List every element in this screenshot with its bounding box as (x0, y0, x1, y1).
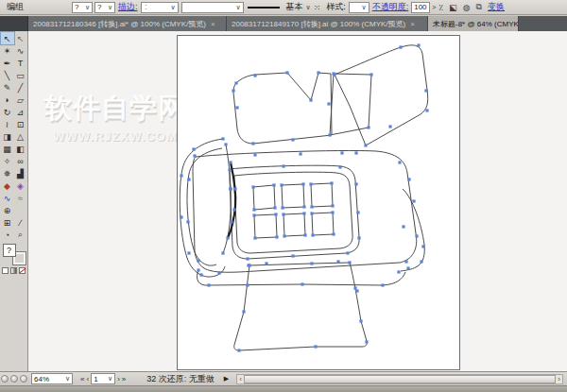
anchor-point[interactable] (333, 73, 335, 76)
anchor-point[interactable] (311, 233, 314, 236)
anchor-point[interactable] (272, 183, 275, 186)
anchor-point[interactable] (224, 143, 227, 145)
zoom-tool-icon[interactable]: ⌕ (14, 229, 27, 241)
anchor-point[interactable] (346, 251, 349, 254)
anchor-point[interactable] (314, 345, 317, 348)
vector-artwork[interactable] (28, 31, 567, 371)
scrollbar-thumb[interactable] (244, 375, 557, 383)
anchor-point[interactable] (233, 187, 236, 190)
anchor-point[interactable] (180, 174, 182, 177)
anchor-point[interactable] (407, 178, 410, 180)
anchor-point[interactable] (285, 71, 288, 74)
gradient-button[interactable] (10, 267, 17, 274)
anchor-point[interactable] (412, 199, 415, 202)
anchor-point[interactable] (357, 236, 360, 239)
key-button-6-path[interactable] (312, 213, 334, 235)
pencil-tool-icon[interactable]: ╱ (14, 81, 27, 94)
key-button-4-path[interactable] (254, 214, 277, 238)
live-paint-bucket-tool-icon[interactable]: ◆ (1, 179, 14, 192)
anchor-point[interactable] (310, 262, 313, 264)
recolor-icon[interactable]: ⁙ (314, 3, 321, 12)
fill-color-dropdown[interactable]: ? ∨ (72, 2, 93, 13)
curvature-tool-icon[interactable]: ∿ (1, 192, 14, 204)
anchor-point[interactable] (228, 168, 231, 171)
document-tab-2[interactable]: 2008317121849170 [转换].ai @ 100% (CMYK/预览… (227, 16, 428, 31)
anchor-point[interactable] (310, 212, 313, 214)
draw-behind-button[interactable] (10, 375, 18, 383)
anchor-point[interactable] (197, 268, 199, 271)
paper-right-path[interactable] (335, 45, 428, 145)
shape-builder-tool-icon[interactable]: ◨ (1, 130, 14, 143)
canvas-area[interactable]: 软件自学网 WWW.RJZXW.COM (28, 31, 567, 371)
key-button-1-path[interactable] (253, 185, 275, 210)
scroll-left-arrow[interactable]: ‹ (237, 375, 244, 383)
anchor-point[interactable] (338, 165, 341, 168)
anchor-point[interactable] (424, 89, 427, 92)
anchor-point[interactable] (221, 137, 224, 140)
handset-inner-path[interactable] (187, 148, 222, 265)
target-tool-icon[interactable]: ⊕ (1, 204, 14, 216)
anchor-point[interactable] (282, 164, 284, 167)
anchor-point[interactable] (367, 126, 369, 128)
anchor-point[interactable] (303, 233, 306, 236)
anchor-point[interactable] (234, 81, 237, 84)
perspective-grid-tool-icon[interactable]: △ (14, 130, 27, 143)
anchor-point[interactable] (197, 259, 199, 262)
handset-outer-path[interactable] (180, 139, 225, 277)
anchor-point[interactable] (369, 73, 372, 76)
stroke-link[interactable]: 描边: (118, 1, 138, 13)
key-button-3-path[interactable] (311, 183, 333, 207)
anchor-point[interactable] (425, 109, 428, 111)
key-button-5-path[interactable] (284, 213, 305, 236)
type-tool-icon[interactable]: T (14, 57, 27, 69)
opacity-stepper[interactable]: > (432, 4, 436, 10)
anchor-point[interactable] (283, 234, 285, 237)
brush-dropdown[interactable]: ∨ (181, 2, 244, 13)
anchor-point[interactable] (281, 206, 284, 209)
key-button-2-path[interactable] (282, 184, 304, 208)
anchor-point[interactable] (253, 236, 256, 239)
scale-tool-icon[interactable]: ⊿ (14, 106, 27, 118)
horizontal-scrollbar[interactable]: ‹ › (236, 374, 563, 384)
anchor-point[interactable] (388, 125, 391, 128)
anchor-point[interactable] (355, 289, 358, 292)
close-icon[interactable]: × (410, 20, 415, 28)
anchor-point[interactable] (221, 251, 224, 254)
anchor-point[interactable] (226, 236, 229, 239)
anchor-point[interactable] (397, 270, 400, 273)
anchor-point[interactable] (253, 74, 256, 77)
anchor-point[interactable] (235, 106, 238, 109)
fill-stroke-indicator[interactable]: ? (3, 244, 26, 264)
anchor-point[interactable] (180, 215, 182, 218)
slice-tool-icon[interactable]: ∕ (14, 216, 27, 229)
anchor-point[interactable] (331, 211, 334, 213)
next-artboard-button[interactable]: › (117, 375, 120, 383)
gradient-tool-icon[interactable]: ◧ (14, 143, 27, 155)
anchor-point[interactable] (253, 153, 256, 156)
color-button[interactable] (2, 267, 9, 274)
anchor-point[interactable] (275, 235, 278, 238)
hand-tool-icon[interactable]: ◔ (1, 229, 14, 241)
anchor-point[interactable] (207, 283, 210, 286)
graph-tool-icon[interactable]: ▟ (14, 167, 27, 179)
pen-tool-icon[interactable]: ✒ (1, 57, 14, 69)
anchor-point[interactable] (421, 245, 424, 247)
anchor-point[interactable] (242, 310, 245, 313)
anchor-point[interactable] (310, 205, 313, 208)
style-dropdown[interactable]: ∨ (349, 2, 369, 13)
mesh-tool-icon[interactable]: ▦ (1, 143, 14, 155)
paper-middle-path[interactable] (330, 74, 371, 135)
selection-tool-icon[interactable]: ↖ (1, 32, 14, 44)
basic-label[interactable]: 基本 (286, 1, 303, 13)
eyedropper-tool-icon[interactable]: ✧ (1, 155, 14, 167)
anchor-point[interactable] (246, 283, 249, 286)
anchor-point[interactable] (237, 349, 240, 351)
transform-link[interactable]: 变换 (488, 1, 505, 13)
stroke-color-dropdown[interactable]: ? ∨ (94, 2, 115, 13)
anchor-point[interactable] (404, 260, 407, 263)
stroke-weight-field[interactable]: ⁚ ∨ (141, 2, 179, 13)
anchor-point[interactable] (359, 319, 362, 322)
anchor-point[interactable] (186, 220, 189, 223)
rotate-tool-icon[interactable]: ↻ (1, 106, 14, 118)
last-artboard-button[interactable]: » (122, 375, 126, 383)
